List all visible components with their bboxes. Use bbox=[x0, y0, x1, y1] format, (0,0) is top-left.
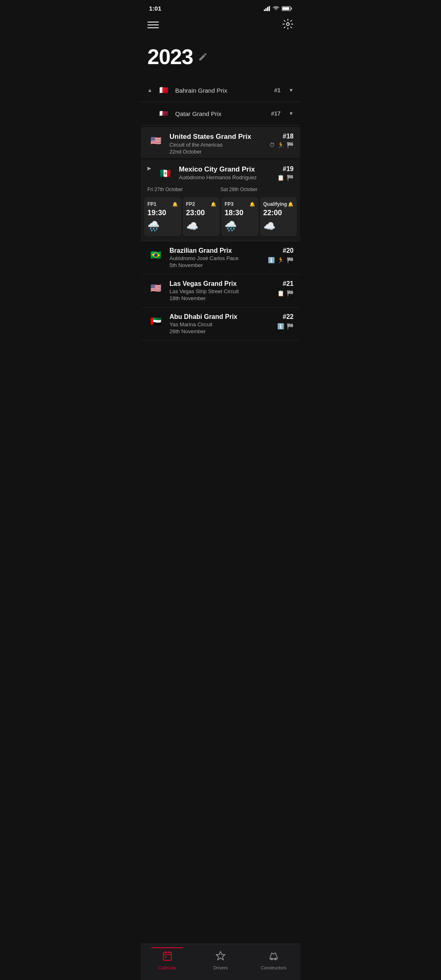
race-number-brazil: #20 bbox=[283, 247, 294, 254]
race-name-lasvegas: Las Vegas Grand Prix bbox=[169, 280, 272, 287]
race-circuit-lasvegas: Las Vegas Strip Street Circuit bbox=[169, 288, 272, 294]
session-fp2[interactable]: FP2 🔔 23:00 ☁️ bbox=[183, 197, 220, 236]
svg-rect-2 bbox=[267, 7, 268, 11]
race-name-abudhabi: Abu Dhabi Grand Prix bbox=[169, 313, 272, 321]
clipboard-icon-lv: 📋 bbox=[277, 290, 284, 296]
nav-constructors[interactable]: Constructors bbox=[247, 947, 300, 972]
timer-icon: ⏱ bbox=[269, 142, 275, 148]
race-date-abudhabi: 26th November bbox=[169, 328, 272, 334]
race-info-brazil: Brazilian Grand Prix Autódromo José Carl… bbox=[169, 247, 262, 268]
settings-icon bbox=[282, 18, 294, 30]
year-section: 2023 bbox=[141, 36, 300, 79]
flag-abudhabi: 🇦🇪 bbox=[147, 313, 164, 330]
runner-icon: 🏃 bbox=[277, 142, 284, 148]
race-icons-abudhabi: ℹ️ 🏁 bbox=[277, 323, 294, 330]
flag-bahrain: 🇧🇭 bbox=[157, 84, 170, 97]
bell-fp1: 🔔 bbox=[172, 202, 178, 207]
clipboard-icon: 📋 bbox=[277, 174, 284, 181]
session-date-sat: Sat 28th October bbox=[220, 187, 294, 192]
race-circuit-usa: Circuit of the Americas bbox=[169, 142, 263, 148]
svg-point-7 bbox=[287, 23, 290, 26]
flag-brazil: 🇧🇷 bbox=[147, 247, 164, 263]
flag-qatar: 🇶🇦 bbox=[157, 107, 170, 120]
fp2-weather: ☁️ bbox=[186, 220, 217, 232]
flag-mexico: 🇲🇽 bbox=[157, 165, 173, 182]
session-date-fri: Fri 27th October bbox=[147, 187, 220, 192]
qualifying-time: 22:00 bbox=[263, 209, 294, 217]
race-icons-brazil: ℹ️ 🏃 🏁 bbox=[268, 257, 294, 263]
drivers-nav-label: Drivers bbox=[214, 965, 228, 970]
fp1-label: FP1 bbox=[147, 201, 156, 207]
svg-rect-1 bbox=[265, 8, 267, 11]
race-item-qatar[interactable]: 🇶🇦 Qatar Grand Prix #17 ▼ bbox=[141, 102, 300, 125]
session-dates-mexico: Fri 27th October Sat 28th October bbox=[141, 182, 300, 196]
bell-qualifying: 🔔 bbox=[288, 202, 294, 207]
race-header-mexico: ▶ 🇲🇽 Mexico City Grand Prix Autódromo He… bbox=[141, 160, 300, 182]
fp2-time: 23:00 bbox=[186, 209, 217, 217]
race-name-mexico: Mexico City Grand Prix bbox=[179, 165, 272, 174]
race-right-mexico: #19 📋 🏁 bbox=[277, 165, 294, 181]
race-item-abudhabi[interactable]: 🇦🇪 Abu Dhabi Grand Prix Yas Marina Circu… bbox=[141, 307, 300, 341]
race-item-brazil[interactable]: 🇧🇷 Brazilian Grand Prix Autódromo José C… bbox=[141, 241, 300, 274]
flag-icon-brazil: 🏁 bbox=[287, 257, 294, 263]
race-info-mexico: Mexico City Grand Prix Autódromo Hermano… bbox=[179, 165, 272, 180]
fp2-label: FP2 bbox=[186, 201, 195, 207]
fp3-label: FP3 bbox=[225, 201, 234, 207]
signal-icon bbox=[264, 6, 270, 11]
bell-fp2: 🔔 bbox=[211, 202, 216, 207]
race-name-brazil: Brazilian Grand Prix bbox=[169, 247, 262, 254]
race-name-qatar: Qatar Grand Prix bbox=[175, 110, 266, 117]
race-right-abudhabi: #22 ℹ️ 🏁 bbox=[277, 313, 294, 330]
flag-icon: 🏁 bbox=[287, 142, 294, 148]
header bbox=[141, 15, 300, 36]
menu-button[interactable] bbox=[147, 19, 159, 31]
battery-icon bbox=[282, 6, 292, 11]
race-card-usa[interactable]: 🇺🇸 United States Grand Prix Circuit of t… bbox=[141, 127, 300, 158]
race-name-bahrain: Bahrain Grand Prix bbox=[175, 87, 270, 94]
race-item-bahrain[interactable]: ▲ 🇧🇭 Bahrain Grand Prix #1 ▼ bbox=[141, 79, 300, 102]
race-right-lasvegas: #21 📋 🏁 bbox=[277, 280, 294, 296]
race-date-brazil: 5th November bbox=[169, 262, 262, 268]
race-number-qatar: #17 bbox=[271, 110, 281, 117]
fp1-weather: 🌧️ bbox=[147, 220, 178, 232]
fp3-time: 18:30 bbox=[225, 209, 255, 217]
nav-active-bar bbox=[151, 947, 183, 948]
settings-button[interactable] bbox=[282, 18, 294, 31]
flag-lasvegas: 🇺🇸 bbox=[147, 280, 164, 296]
constructors-nav-icon bbox=[268, 951, 279, 964]
flag-finish-icon: 🏁 bbox=[287, 174, 294, 181]
svg-rect-6 bbox=[283, 7, 290, 10]
race-icons-usa: ⏱ 🏃 🏁 bbox=[269, 142, 294, 148]
session-fp1[interactable]: FP1 🔔 19:30 🌧️ bbox=[144, 197, 181, 236]
expand-arrow-area[interactable]: ▶ bbox=[147, 165, 151, 171]
svg-rect-5 bbox=[291, 7, 292, 9]
race-icons-lasvegas: 📋 🏁 bbox=[277, 290, 294, 296]
drivers-nav-icon bbox=[215, 951, 226, 964]
race-date-usa: 22nd October bbox=[169, 149, 263, 155]
session-fp3[interactable]: FP3 🔔 18:30 🌧️ bbox=[221, 197, 258, 236]
chevron-up-icon: ▲ bbox=[147, 87, 152, 93]
nav-drivers[interactable]: Drivers bbox=[194, 947, 247, 972]
flag-icon-ad: 🏁 bbox=[287, 323, 294, 330]
runner-icon-brazil: 🏃 bbox=[277, 257, 284, 263]
fp3-weather: 🌧️ bbox=[225, 220, 255, 232]
race-circuit-abudhabi: Yas Marina Circuit bbox=[169, 321, 272, 327]
race-name-usa: United States Grand Prix bbox=[169, 133, 263, 141]
qualifying-label: Qualifying bbox=[263, 201, 287, 207]
race-item-lasvegas[interactable]: 🇺🇸 Las Vegas Grand Prix Las Vegas Strip … bbox=[141, 274, 300, 307]
race-icons-mexico: 📋 🏁 bbox=[277, 174, 294, 181]
race-number-area-usa: #18 ⏱ 🏃 🏁 bbox=[269, 133, 294, 148]
race-info-abudhabi: Abu Dhabi Grand Prix Yas Marina Circuit … bbox=[169, 313, 272, 334]
constructors-nav-label: Constructors bbox=[261, 965, 286, 970]
race-expanded-mexico: ▶ 🇲🇽 Mexico City Grand Prix Autódromo He… bbox=[141, 160, 300, 241]
nav-calendar[interactable]: Calendar bbox=[141, 947, 194, 972]
race-number-mexico: #19 bbox=[283, 165, 294, 173]
race-circuit-mexico: Autódromo Hermanos Rodríguez bbox=[179, 174, 272, 180]
sessions-grid-mexico: FP1 🔔 19:30 🌧️ FP2 🔔 23:00 ☁️ FP3 🔔 bbox=[141, 196, 300, 241]
race-info-usa: United States Grand Prix Circuit of the … bbox=[169, 133, 263, 155]
race-info-lasvegas: Las Vegas Grand Prix Las Vegas Strip Str… bbox=[169, 280, 272, 301]
race-circuit-brazil: Autódromo José Carlos Pace bbox=[169, 255, 262, 261]
session-qualifying[interactable]: Qualifying 🔔 22:00 ☁️ bbox=[260, 197, 297, 236]
race-date-lasvegas: 18th November bbox=[169, 295, 272, 301]
edit-icon[interactable] bbox=[198, 52, 208, 62]
